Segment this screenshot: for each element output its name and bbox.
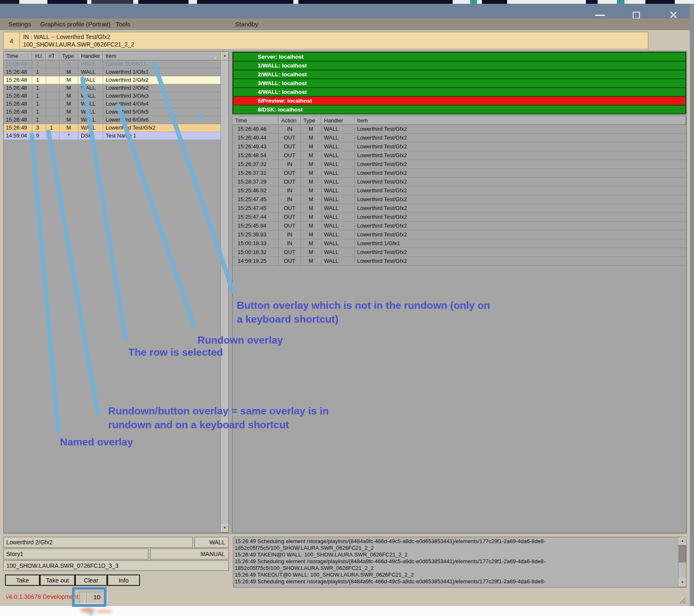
server-status-bar[interactable]: 4/WALL: localhost bbox=[233, 88, 685, 96]
background-window-sliver bbox=[0, 0, 694, 4]
menubar: Settings Graphics profile (Portrait) Too… bbox=[0, 18, 690, 30]
log-row[interactable]: 15:25:45.84OUTMWALLLowerthird Test/Gfx2 bbox=[233, 222, 686, 230]
log-row[interactable]: 15:26:49.44OUTMWALLLowerthird Test/Gfx2 bbox=[233, 134, 686, 142]
rundown-scrollbar[interactable]: ▲ ▼ bbox=[220, 52, 228, 533]
annotation-rundown-button-overlay: Rundown/button overlay = same overlay is… bbox=[108, 404, 330, 432]
maximize-icon bbox=[633, 12, 640, 19]
log-row[interactable]: 15:25:47.45OUTMWALLLowerthird Test/Gfx2 bbox=[233, 204, 686, 213]
mode-field[interactable]: MANUAL bbox=[150, 549, 229, 559]
scroll-up-button[interactable]: ▲ bbox=[678, 537, 686, 546]
log-col-action[interactable]: Action bbox=[279, 116, 301, 125]
log-row[interactable]: 14:59:19.25OUTMWALLLowerthird Test/Gfx2 bbox=[233, 257, 686, 266]
log-row[interactable]: 15:26:48.54OUTMWALLLowerthird Test/Gfx2 bbox=[233, 151, 686, 160]
log-row[interactable]: 15:26:49.43OUTMWALLLowerthird Test/Gfx2 bbox=[233, 142, 686, 151]
log-row[interactable]: 15:00:18.32OUTMWALLLowerthird Test/Gfx2 bbox=[233, 248, 686, 257]
console-log-line: 1852c05f75c5/100_SHOW.LAURA.SWR_0626FC21… bbox=[235, 545, 678, 551]
annotation-named-overlay: Named overlay bbox=[60, 435, 133, 449]
server-status-bar[interactable]: 3/WALL: localhost bbox=[233, 79, 685, 87]
console-log-line: 15:26:49 Scheduling element /storage/pla… bbox=[235, 558, 678, 565]
rundown-body: 15:26:492AWALLBanner 11/Gfx1115:26:481MW… bbox=[4, 60, 228, 140]
rundown-row[interactable]: 15:26:4931MWALLLowerthird Test/Gfx2 bbox=[4, 124, 221, 132]
console-lines: 15:26:49 Scheduling element /storage/pla… bbox=[235, 538, 678, 586]
annotation-row-selected: The row is selected bbox=[128, 345, 223, 359]
onair-banner-line1: IN : WALL -- Lowerthird Test/Gfx2 bbox=[23, 34, 110, 40]
story-field[interactable]: Story1 bbox=[3, 549, 148, 559]
rundown-col-t[interactable]: #T bbox=[46, 52, 60, 60]
log-row[interactable]: 15:00:18.33INMWALLLowerthird 1/Gfx1 bbox=[233, 239, 686, 248]
standby-label[interactable]: Standby bbox=[235, 18, 258, 30]
menu-item-tools[interactable]: Tools bbox=[116, 18, 130, 30]
rundown-row[interactable]: 15:26:481MWALLLowerthird 2/Gfx2 bbox=[4, 76, 221, 84]
rundown-row[interactable]: 15:26:481MWALLLowerthird 4/Gfx4 bbox=[4, 100, 221, 108]
log-row[interactable]: 15:25:46.92INMWALLLowerthird Test/Gfx2 bbox=[233, 186, 686, 195]
log-body: 15:26:49.46INMWALLLowerthird Test/Gfx215… bbox=[233, 125, 686, 266]
annotation-highlight-box bbox=[72, 587, 106, 607]
element-id-field[interactable]: 100_SHOW.LAURA.SWR_0726FC1D_3_3 bbox=[3, 560, 229, 571]
server-status-bar[interactable]: Server: localhost bbox=[233, 53, 685, 61]
rundown-row[interactable]: 15:26:481MWALLLowerthird 6/Gfx6 bbox=[4, 116, 221, 124]
rundown-col-time[interactable]: Time bbox=[4, 52, 32, 60]
sort-ascending-icon: ▲ bbox=[213, 54, 217, 61]
rundown-header: Time #U #T Type Handler Item ▲ bbox=[4, 52, 221, 60]
console-log-line: 15:26:49 Scheduling element /storage/pla… bbox=[235, 538, 678, 545]
log-col-time[interactable]: Time bbox=[233, 116, 279, 125]
rundown-col-item[interactable]: Item ▲ bbox=[103, 52, 221, 60]
log-row[interactable]: 15:26:37.29OUTMWALLLowerthird Test/Gfx2 bbox=[233, 178, 686, 186]
rundown-col-u[interactable]: #U bbox=[32, 52, 46, 60]
rundown-row[interactable]: 15:26:492AWALLBanner 11/Gfx11 bbox=[4, 60, 221, 68]
scroll-down-button[interactable]: ▼ bbox=[678, 579, 686, 587]
scroll-up-button[interactable]: ▲ bbox=[221, 52, 229, 60]
titlebar: ✕ bbox=[0, 4, 690, 18]
onair-banner[interactable]: 4 IN : WALL -- Lowerthird Test/Gfx2 100_… bbox=[3, 32, 648, 49]
clear-button[interactable]: Clear bbox=[75, 575, 107, 586]
onair-banner-line2: 100_SHOW.LAURA.SWR_0626FC21_2_2 bbox=[23, 41, 134, 48]
console-log-line: 15:26:49 Scheduling element /storage/pla… bbox=[235, 578, 678, 585]
log-row[interactable]: 15:25:47.45INMWALLLowerthird Test/Gfx2 bbox=[233, 195, 686, 204]
handler-field[interactable]: WALL bbox=[194, 537, 229, 548]
resize-grip[interactable] bbox=[679, 597, 686, 603]
rundown-row[interactable]: 15:26:481MWALLLowerthird 2/Gfx2 bbox=[4, 84, 221, 92]
log-col-handler[interactable]: Handler bbox=[321, 116, 355, 125]
desktop-edge bbox=[690, 4, 694, 606]
rundown-panel: Time #U #T Type Handler Item ▲ 15:26:492… bbox=[3, 52, 229, 533]
take-button[interactable]: Take bbox=[5, 575, 40, 586]
server-status-bar[interactable]: 5/Preview: localhost bbox=[233, 97, 685, 105]
rundown-row[interactable]: 15:26:481MWALLLowerthird 1/Gfx1 bbox=[4, 68, 221, 76]
rundown-col-handler[interactable]: Handler bbox=[78, 52, 103, 60]
scrollbar-thumb[interactable] bbox=[679, 546, 686, 562]
log-row[interactable]: 15:26:49.46INMWALLLowerthird Test/Gfx2 bbox=[233, 125, 686, 134]
log-row[interactable]: 15:25:39.83INMWALLLowerthird Test/Gfx2 bbox=[233, 230, 686, 239]
log-header: Time Action Type Handler Item bbox=[233, 116, 686, 125]
console-log-line: 1852c05f75c5/100_SHOW.LAURA.SWR_0626FC21… bbox=[235, 565, 678, 572]
console-scrollbar[interactable]: ▲ ▼ bbox=[678, 537, 686, 587]
rundown-col-type[interactable]: Type bbox=[60, 52, 78, 60]
console-log: 15:26:49 Scheduling element /storage/pla… bbox=[233, 537, 686, 588]
scroll-down-button[interactable]: ▼ bbox=[221, 524, 229, 533]
take-out-button[interactable]: Take out bbox=[40, 575, 75, 586]
annotation-button-overlay: Button overlay which is not in the rundo… bbox=[237, 298, 493, 326]
menu-item-settings[interactable]: Settings bbox=[8, 18, 31, 30]
info-button[interactable]: Info bbox=[107, 575, 140, 586]
desktop-bottom bbox=[0, 606, 694, 616]
item-name-field[interactable]: Lowerthird 2/Gfx2 bbox=[3, 537, 193, 548]
minimize-icon bbox=[595, 15, 605, 16]
log-row[interactable]: 15:26:37.31OUTMWALLLowerthird Test/Gfx2 bbox=[233, 169, 686, 178]
server-status-bar[interactable]: 1/WALL: localhost bbox=[233, 62, 685, 70]
menu-item-graphics-profile[interactable]: Graphics profile (Portrait) bbox=[40, 18, 111, 30]
log-row[interactable]: 15:25:47.44OUTMWALLLowerthird Test/Gfx2 bbox=[233, 213, 686, 222]
server-status-panel: Server: localhost1/WALL: localhost2/WALL… bbox=[232, 52, 686, 114]
onair-banner-number: 4 bbox=[4, 32, 20, 49]
version-label: v4.0.1.30678 Development bbox=[6, 593, 78, 600]
rundown-row[interactable]: 15:26:481MWALLLowerthird 5/Gfx5 bbox=[4, 108, 221, 116]
rundown-row[interactable]: 15:26:481MWALLLowerthird 3/Gfx3 bbox=[4, 92, 221, 100]
server-status-bar[interactable]: 2/WALL: localhost bbox=[233, 70, 685, 78]
server-status-bar[interactable]: 8/DSK: localhost bbox=[233, 106, 685, 114]
log-row[interactable]: 15:26:37.32INMWALLLowerthird Test/Gfx2 bbox=[233, 160, 686, 169]
console-log-line: 15:26:49 TAKEIN@0 WALL: 100_SHOW.LAURA.S… bbox=[235, 551, 678, 558]
rundown-row[interactable]: 14:59:049*DSKTest Name 1 bbox=[4, 132, 221, 140]
log-col-type[interactable]: Type bbox=[301, 116, 321, 125]
console-log-line: 15:26:49 TAKEOUT@0 WALL: 100_SHOW.LAURA.… bbox=[235, 572, 678, 578]
log-col-item[interactable]: Item bbox=[355, 116, 686, 125]
